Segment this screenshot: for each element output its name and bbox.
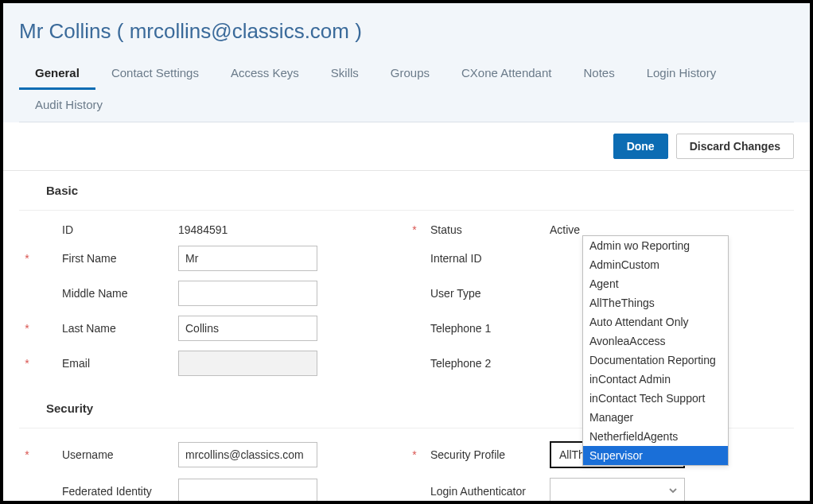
dropdown-option[interactable]: AvonleaAccess (583, 331, 728, 351)
page-title: Mr Collins ( mrcollins@classics.com ) (19, 19, 794, 44)
required-mark: * (406, 223, 422, 236)
user-type-label: User Type (422, 287, 550, 300)
tab-skills[interactable]: Skills (315, 58, 375, 90)
required-mark: * (19, 448, 35, 461)
id-value: 19484591 (178, 223, 228, 236)
dropdown-option[interactable]: NetherfieldAgents (583, 427, 728, 446)
tab-contact-settings[interactable]: Contact Settings (95, 58, 215, 90)
middle-name-input[interactable] (178, 281, 317, 306)
last-name-input[interactable] (178, 316, 317, 341)
telephone1-label: Telephone 1 (422, 322, 550, 335)
dropdown-option[interactable]: Auto Attendant Only (583, 312, 728, 331)
status-value: Active (550, 223, 580, 236)
internal-id-label: Internal ID (422, 252, 550, 265)
form-row: Federated Identity Login Authenticator (19, 473, 794, 501)
dropdown-option[interactable]: Documentation Reporting (583, 351, 728, 370)
discard-changes-button[interactable]: Discard Changes (676, 134, 794, 159)
tab-audit-history[interactable]: Audit History (19, 90, 130, 122)
dropdown-option[interactable]: Agent (583, 274, 728, 293)
tabs-bar: General Contact Settings Access Keys Ski… (19, 58, 794, 122)
security-profile-dropdown[interactable]: Admin wo ReportingAdminCustomAgentAllThe… (582, 235, 729, 466)
dropdown-option[interactable]: Supervisor (583, 446, 728, 465)
required-mark: * (19, 322, 35, 335)
tab-cxone-attendant[interactable]: CXone Attendant (445, 58, 567, 90)
dropdown-option[interactable]: AdminCustom (583, 255, 728, 274)
dropdown-option[interactable]: inContact Admin (583, 370, 728, 389)
required-mark: * (406, 448, 422, 461)
chevron-down-icon (668, 485, 678, 498)
header-area: Mr Collins ( mrcollins@classics.com ) Ge… (3, 3, 810, 122)
user-edit-window: Mr Collins ( mrcollins@classics.com ) Ge… (3, 3, 810, 501)
first-name-label: First Name (35, 252, 178, 265)
dropdown-option[interactable]: Manager (583, 408, 728, 427)
done-button[interactable]: Done (613, 134, 668, 159)
login-authenticator-select[interactable] (550, 478, 685, 501)
federated-identity-label: Federated Identity (35, 485, 178, 498)
last-name-label: Last Name (35, 322, 178, 335)
tab-groups[interactable]: Groups (375, 58, 445, 90)
tab-access-keys[interactable]: Access Keys (215, 58, 315, 90)
id-label: ID (35, 223, 178, 236)
toolbar: Done Discard Changes (3, 122, 810, 171)
dropdown-option[interactable]: Admin wo Reporting (583, 236, 728, 255)
email-input[interactable] (178, 351, 317, 376)
dropdown-option[interactable]: AllTheThings (583, 293, 728, 312)
tab-login-history[interactable]: Login History (631, 58, 733, 90)
security-profile-label: Security Profile (422, 448, 550, 461)
federated-identity-input[interactable] (178, 479, 317, 501)
dropdown-option[interactable]: inContact Tech Support (583, 389, 728, 408)
tab-notes[interactable]: Notes (567, 58, 630, 90)
section-basic-header: Basic (19, 171, 794, 211)
username-input[interactable] (178, 442, 317, 467)
required-mark: * (19, 357, 35, 370)
login-authenticator-label: Login Authenticator (422, 485, 550, 498)
email-label: Email (35, 357, 178, 370)
first-name-input[interactable] (178, 246, 317, 271)
required-mark: * (19, 252, 35, 265)
username-label: Username (35, 448, 178, 461)
tab-general[interactable]: General (19, 58, 95, 90)
middle-name-label: Middle Name (35, 287, 178, 300)
telephone2-label: Telephone 2 (422, 357, 550, 370)
status-label: Status (422, 223, 550, 236)
